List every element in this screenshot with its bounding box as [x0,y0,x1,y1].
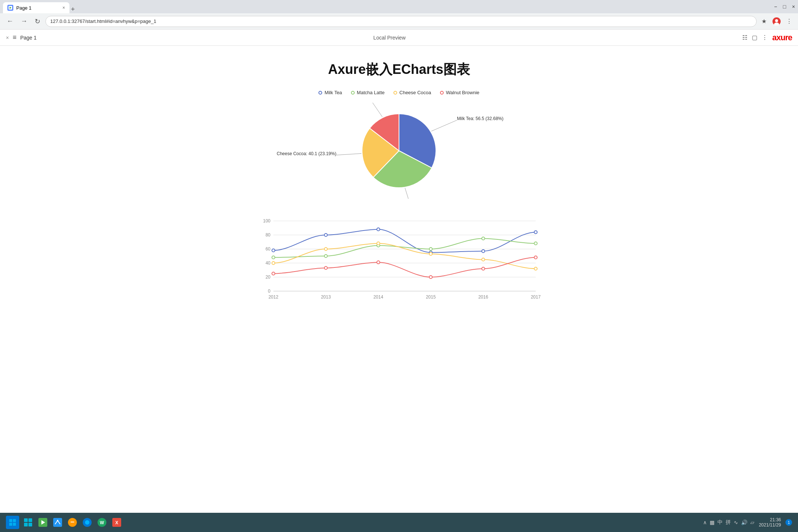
line-point [324,233,327,236]
line-point [272,256,275,259]
taskbar-right: ∧ ▩ 中 拼 ∿ 🔊 ▱ 21:36 2021/11/29 1 [703,517,792,528]
x-axis-label: 2013 [321,294,331,300]
active-tab[interactable]: Page 1 × [3,2,69,13]
axure-toolbar: × ≡ Page 1 Local Preview ☷ ▢ ⋮ axure [0,30,798,46]
more-options-icon[interactable]: ⋮ [785,17,794,26]
legend-label: Cheese Cocoa [399,90,431,95]
tray-volume[interactable]: 🔊 [741,519,747,525]
browser-wrapper: Page 1 × + − □ × ← → ↻ 127.0.0.1:32767/s… [0,0,798,532]
taskbar-app-1[interactable] [22,516,34,528]
line-chart-container: 020406080100201220132014201520162017 [255,214,543,311]
legend-item: Matcha Latte [351,90,385,95]
svg-rect-6 [13,519,16,522]
tray-bar[interactable]: ▩ [710,519,715,525]
legend-label: Milk Tea [324,90,342,95]
svg-rect-12 [28,523,32,526]
taskbar-app-3[interactable] [52,516,64,528]
x-axis-label: 2015 [426,294,436,300]
tab-title: Page 1 [16,5,31,11]
tab-favicon [7,5,13,11]
start-button[interactable] [6,516,19,529]
line-point [429,252,432,255]
extensions-icon[interactable]: ★ [760,17,768,26]
legend-label: Walnut Brownie [446,90,480,95]
taskbar-app-2[interactable] [37,516,49,528]
notification-badge[interactable]: 1 [785,519,792,526]
clock: 21:36 2021/11/29 [759,517,781,528]
toolbar-menu-icon[interactable]: ≡ [13,34,17,41]
line-point [482,258,485,261]
svg-rect-5 [9,519,12,522]
tab-close-button[interactable]: × [62,5,65,10]
chart-legend: Milk Tea Matcha Latte Cheese Cocoa Walnu… [318,90,479,95]
nav-actions: ★ ⋮ [760,17,794,26]
legend-dot [440,91,444,95]
legend-item: Milk Tea [318,90,342,95]
nav-bar: ← → ↻ 127.0.0.1:32767/start.html#id=anvh… [0,13,798,30]
legend-dot [351,91,355,95]
y-axis-label: 60 [266,246,271,252]
taskbar-app-4[interactable] [66,516,78,528]
forward-button[interactable]: → [18,16,30,27]
minimize-button[interactable]: − [774,4,777,10]
legend-item: Cheese Cocoa [393,90,431,95]
tray-lang-pin[interactable]: 拼 [726,519,731,526]
taskbar-app-5[interactable] [81,516,93,528]
tray-arrow[interactable]: ∧ [703,519,707,525]
refresh-button[interactable]: ↻ [33,16,42,27]
system-tray: ∧ ▩ 中 拼 ∿ 🔊 ▱ [703,519,754,526]
svg-text:X: X [115,520,118,525]
svg-text:W: W [100,520,104,525]
browser-close-button[interactable]: × [792,4,795,10]
legend-item: Walnut Brownie [440,90,480,95]
x-axis-label: 2016 [478,294,488,300]
toolbar-close-icon[interactable]: × [6,35,9,41]
redlines-icon[interactable]: ▢ [752,34,757,41]
svg-point-3 [775,19,778,22]
y-axis-label: 100 [263,218,270,224]
svg-rect-15 [53,518,62,527]
svg-rect-18 [71,522,74,522]
tray-wifi[interactable]: ∿ [734,519,738,525]
taskbar-app-6[interactable]: W [96,516,108,528]
more-icon[interactable]: ⋮ [762,34,768,41]
title-bar: Page 1 × + − □ × [0,0,798,13]
title-bar-controls: − □ × [774,4,795,10]
legend-dot [393,91,397,95]
line-point [377,228,380,231]
local-preview-label: Local Preview [374,35,406,41]
pie-label-line [369,103,382,117]
taskbar-app-7[interactable]: X [111,516,123,528]
back-button[interactable]: ← [4,16,16,27]
address-bar[interactable]: 127.0.0.1:32767/start.html#id=anvhyw&p=p… [45,16,757,27]
line-point [324,248,327,250]
taskbar-icons: W X [22,516,123,528]
svg-rect-7 [9,523,12,526]
svg-point-20 [85,520,89,525]
page-content: Axure嵌入ECharts图表 Milk Tea Matcha Latte C… [0,46,798,513]
line-point [272,249,275,252]
y-axis-label: 80 [266,232,271,238]
x-axis-label: 2012 [269,294,279,300]
tray-lang-zh[interactable]: 中 [717,519,723,526]
svg-point-16 [57,520,58,521]
tray-battery[interactable]: ▱ [750,519,754,525]
toolbar-center: Local Preview [41,35,738,41]
line-point [534,231,537,233]
notes-icon[interactable]: ☷ [742,34,747,41]
pie-chart: Milk Tea: 56.5 (32.68%)Matcha Latte: 51.… [270,103,528,199]
svg-rect-11 [24,523,28,526]
line-series [273,258,536,277]
maximize-button[interactable]: □ [783,4,786,10]
pie-label: Cheese Cocoa: 40.1 (23.19%) [277,151,336,156]
time-display: 21:36 [770,517,781,522]
y-axis-label: 40 [266,260,271,266]
svg-rect-8 [13,523,16,526]
pie-label-line [431,120,457,131]
y-axis-label: 0 [268,289,270,294]
line-point [534,256,537,259]
page-title: Axure嵌入ECharts图表 [22,61,776,79]
profile-icon[interactable] [772,17,781,26]
new-tab-button[interactable]: + [71,6,75,13]
line-point [272,272,275,275]
